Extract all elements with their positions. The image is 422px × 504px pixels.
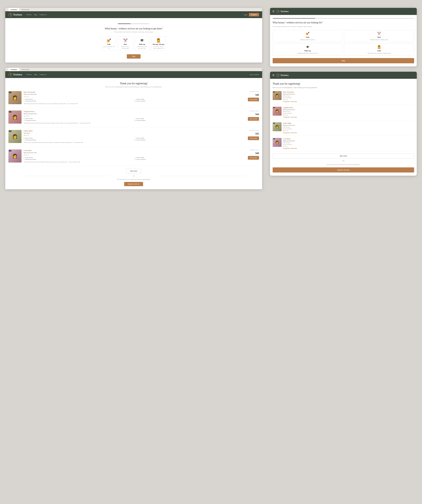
virginia-name[interactable]: Virginia Peters xyxy=(24,110,244,113)
esther-rating: ★ 4.9 33 xyxy=(24,135,244,136)
nav-links-2: Services Blog Contact Us xyxy=(26,74,47,76)
mobile-makeup-desc: Standard, airbrushed, touch-ups, more xyxy=(274,52,342,54)
pro-photo-rosa: 👩 Top xyxy=(8,91,22,104)
esther-license: ✓ License verified xyxy=(134,137,244,139)
pro-card-lena: 👩 Top Lena Bates Make-up & nails artist … xyxy=(8,150,259,166)
mobile-esther-name[interactable]: Esther Riley xyxy=(283,122,414,124)
progress-fill xyxy=(118,23,131,24)
mobile-star-esther: ★ xyxy=(283,130,284,132)
tab-professionals-2[interactable]: Professionals xyxy=(19,68,31,71)
service-card-hair[interactable]: ✂️ Hair Blowout, haircut, coloring, updo… xyxy=(118,36,133,51)
nav-register-1[interactable]: Register xyxy=(249,13,259,16)
rosa-cost-value: $46 xyxy=(255,94,259,96)
lena-hired: ⏱ Hired 10 times xyxy=(24,157,133,158)
nav-myaccount[interactable]: My Account ▾ xyxy=(250,74,259,76)
lena-name[interactable]: Lena Bates xyxy=(24,150,244,151)
esther-right: STARTING COSTS $45 View profile xyxy=(246,130,259,140)
mobile-skip-button[interactable]: Skip xyxy=(273,58,414,63)
hair-desc: Blowout, haircut, coloring, updos xyxy=(119,46,131,49)
see-more-button-desktop[interactable]: See more xyxy=(126,169,141,173)
own-search-text-desktop: You can start your own search for your n… xyxy=(8,179,259,180)
nav-contact-1[interactable]: Contact Us xyxy=(39,14,47,16)
star-icon-virginia: ★ xyxy=(24,115,25,117)
mobile-rosa-title: Make-up & nails artist xyxy=(283,93,414,95)
nav-login-1[interactable]: Login xyxy=(243,14,247,16)
nav-contact-2[interactable]: Contact Us xyxy=(39,74,47,76)
mobile-rosa-reviews: 28 xyxy=(287,99,288,100)
mobile-explore-button[interactable]: Explore services xyxy=(273,167,414,173)
nav-bar-2: ☽ TruAura Services Blog Contact Us My Ac… xyxy=(5,71,262,78)
nav-blog-1[interactable]: Blog xyxy=(34,14,37,16)
tab-professionals-1[interactable]: Professionals xyxy=(19,8,31,11)
nails-title: Nails xyxy=(103,43,115,45)
pro-photo-lena: 👩 Top xyxy=(8,150,22,162)
reco-subtitle: Here are your recommendations based on y… xyxy=(8,86,259,88)
logo-icon-2: ☽ xyxy=(8,73,12,76)
mobile-star-rosa: ★ xyxy=(283,99,284,100)
nav-blog-2[interactable]: Blog xyxy=(34,74,37,76)
service-card-makeup[interactable]: 👁️ Make-up Standard, airbrushed, touch-u… xyxy=(135,36,149,51)
view-profile-lena[interactable]: View profile xyxy=(248,156,259,160)
virginia-title: Make-up & nails artist xyxy=(24,113,244,114)
mobile-lena-years: 6 years in business xyxy=(283,144,414,145)
star-icon-esther: ★ xyxy=(24,135,25,136)
esther-review: "Esther made a comfortable experience do… xyxy=(24,142,244,144)
service-card-nails[interactable]: 💅 Nails Pedicure, manicure, nail art xyxy=(102,36,116,51)
tab-customers-2[interactable]: Customers xyxy=(8,68,19,71)
logo-icon-1: ☽ xyxy=(8,13,12,17)
mobile-pro-card-esther: 👩 Top Esther Riley Make-up & nails artis… xyxy=(273,122,414,136)
mobile-virginia-rating: ★ 4.8 28 xyxy=(283,114,414,116)
mobile-virginia-name[interactable]: Virginia Peters xyxy=(283,107,414,109)
nails-desc: Pedicure, manicure, nail art xyxy=(103,46,115,49)
pro-card-rosa: 👩 Top Rosa Townsend Make-up & nails arti… xyxy=(8,91,259,108)
service-subtitle: You can select more than one. To remove … xyxy=(9,31,258,33)
explore-services-button-desktop[interactable]: Explore services xyxy=(124,182,143,186)
mobile-rosa-name[interactable]: Rosa Townsend xyxy=(283,91,414,93)
mobile-see-more-button[interactable]: See more xyxy=(273,154,414,158)
mobile-card-nails[interactable]: 💅 Nails Pedicure, manicure, nail art xyxy=(273,30,343,42)
mobile-pro-photo-lena: 👩 Top xyxy=(273,138,282,147)
mobile-rosa-cost: STARTING COSTS $46 xyxy=(283,101,414,102)
mobile-card-makeup[interactable]: 👁️ Make-up Standard, airbrushed, touch-u… xyxy=(273,43,343,55)
mobile-reco-title: Thank you for registering! xyxy=(273,82,414,85)
view-profile-esther[interactable]: View profile xyxy=(248,137,259,140)
rosa-hired: ⏱ Hired 20 times xyxy=(24,99,133,100)
virginia-hired: ⏱ Hired 10 times xyxy=(24,118,133,120)
lena-cost-label: STARTING COSTS xyxy=(249,150,259,151)
mobile-card-nails2[interactable]: 💆 Nails Deep tissue, thai, hot stones, s… xyxy=(344,43,414,55)
view-profile-virginia[interactable]: View profile xyxy=(248,117,259,121)
tab-bar-2: Customers Professionals xyxy=(5,68,262,71)
rosa-name[interactable]: Rosa Townsend xyxy=(24,91,244,93)
nav-services-2[interactable]: Services xyxy=(26,74,32,76)
mobile-rosa-rating: ★ 4.8 28 xyxy=(283,99,414,100)
esther-title: Nails artist xyxy=(24,132,244,134)
mobile-nails2-icon: 💆 xyxy=(345,45,413,49)
skip-button[interactable]: Skip xyxy=(127,54,141,59)
mobile-virginia-hired: Hired 20 times xyxy=(283,111,414,112)
tab-customers-1[interactable]: Customers xyxy=(8,8,19,11)
lena-title: Make-up & nails artist xyxy=(24,152,244,153)
mobile-esther-cost: STARTING COSTS $46 xyxy=(283,132,414,134)
esther-name[interactable]: Esther Riley xyxy=(24,130,244,132)
virginia-meta: ⏱ Hired 10 times ✓ License verified 🛡 Ba… xyxy=(24,118,244,121)
service-card-massage[interactable]: 💆 Massage Therapy Deep tissue, thai, hot… xyxy=(151,36,166,51)
esther-cost-value: $45 xyxy=(255,132,259,135)
rosa-right: STARTING COSTS $46 View profile xyxy=(246,91,259,101)
hamburger-icon-2[interactable]: ☰ xyxy=(272,74,274,77)
view-profile-rosa[interactable]: View profile xyxy=(248,98,259,101)
virginia-years: ◎ 6 years in business xyxy=(134,120,244,121)
mobile-card-hair[interactable]: ✂️ Hair Blowout, haircut, coloring, updo… xyxy=(344,30,414,42)
nav-services-1[interactable]: Services xyxy=(26,14,32,16)
mobile-progress-wrap xyxy=(273,18,414,19)
mobile-pro-card-virginia: 👩 Top Virginia Peters Make-up & nails ar… xyxy=(273,107,414,120)
rosa-meta: ⏱ Hired 20 times ✓ License verified 🛡 Ba… xyxy=(24,99,244,102)
mobile-nails-icon: 💅 xyxy=(274,32,342,35)
pro-info-lena: Lena Bates Make-up & nails artist ★ 4.8 … xyxy=(24,150,244,163)
mobile-own-search-text: You can start your own search for your n… xyxy=(273,163,414,166)
rosa-rating: ★ 4.9 23 xyxy=(24,96,244,97)
hamburger-icon-1[interactable]: ☰ xyxy=(272,10,274,13)
mobile-virginia-reviews: 28 xyxy=(287,114,288,116)
mobile-virginia-rating-val: 4.8 xyxy=(285,114,286,116)
mobile-nails2-desc: Deep tissue, thai, hot stones, standard,… xyxy=(345,52,413,54)
mobile-lena-name[interactable]: Lena Bates xyxy=(283,138,414,140)
